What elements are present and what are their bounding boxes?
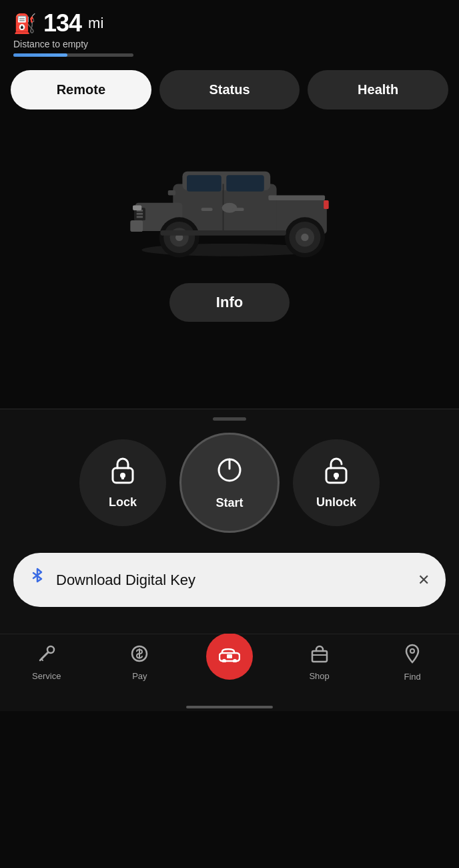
svg-rect-9 bbox=[137, 216, 143, 218]
status-bar: ⛽ 134 mi Distance to empty bbox=[0, 0, 459, 63]
svg-rect-12 bbox=[226, 175, 264, 191]
svg-point-41 bbox=[233, 659, 237, 662]
svg-point-21 bbox=[301, 234, 308, 241]
svg-rect-22 bbox=[160, 230, 286, 236]
nav-item-shop[interactable]: Shop bbox=[293, 644, 346, 681]
lock-button[interactable]: Lock bbox=[79, 439, 166, 526]
shop-icon bbox=[310, 644, 329, 668]
drawer-handle[interactable] bbox=[13, 409, 446, 426]
svg-rect-5 bbox=[130, 220, 143, 232]
tab-remote[interactable]: Remote bbox=[11, 70, 151, 110]
bluetooth-icon bbox=[29, 568, 45, 592]
svg-rect-10 bbox=[133, 205, 141, 210]
lock-icon bbox=[110, 456, 135, 490]
svg-rect-42 bbox=[227, 654, 232, 658]
svg-point-40 bbox=[222, 659, 226, 662]
nav-item-service[interactable]: Service bbox=[20, 644, 73, 681]
nav-item-find[interactable]: Find bbox=[386, 644, 439, 682]
svg-point-44 bbox=[410, 649, 414, 653]
shop-label: Shop bbox=[309, 671, 329, 681]
car-home-icon bbox=[219, 646, 240, 667]
spacer bbox=[0, 329, 459, 409]
svg-rect-36 bbox=[335, 475, 338, 479]
location-icon bbox=[404, 644, 420, 668]
svg-rect-26 bbox=[168, 190, 175, 196]
car-section: Info bbox=[0, 110, 459, 329]
fuel-unit: mi bbox=[88, 15, 103, 32]
drawer-handle-bar bbox=[213, 417, 246, 421]
start-button[interactable]: Start bbox=[179, 433, 280, 533]
bottom-nav: Service Pay bbox=[0, 634, 459, 700]
bottom-drawer: Lock Start Unlock bbox=[0, 409, 459, 634]
svg-rect-28 bbox=[201, 208, 213, 211]
home-bar bbox=[186, 706, 273, 708]
fuel-distance: 134 bbox=[43, 9, 81, 37]
digital-key-text: Download Digital Key bbox=[56, 572, 407, 589]
tab-health[interactable]: Health bbox=[308, 70, 448, 110]
dollar-icon bbox=[130, 644, 149, 668]
nav-item-pay[interactable]: Pay bbox=[113, 644, 166, 681]
fuel-bar-container bbox=[13, 53, 133, 57]
distance-to-empty-label: Distance to empty bbox=[13, 39, 446, 49]
svg-rect-23 bbox=[268, 195, 325, 200]
digital-key-close-button[interactable]: ✕ bbox=[418, 572, 430, 589]
svg-rect-11 bbox=[187, 175, 221, 191]
wrench-icon bbox=[37, 644, 56, 668]
fuel-bar-fill bbox=[13, 53, 67, 57]
digital-key-banner[interactable]: Download Digital Key ✕ bbox=[13, 553, 446, 607]
tab-status[interactable]: Status bbox=[159, 70, 300, 110]
car-svg bbox=[123, 136, 336, 263]
svg-rect-25 bbox=[324, 200, 329, 209]
home-indicator bbox=[0, 700, 459, 711]
remote-controls: Lock Start Unlock bbox=[13, 426, 446, 546]
unlock-icon bbox=[324, 456, 349, 490]
svg-rect-31 bbox=[121, 475, 124, 479]
unlock-label: Unlock bbox=[316, 495, 356, 509]
unlock-button[interactable]: Unlock bbox=[293, 439, 380, 526]
tabs-row: Remote Status Health bbox=[0, 70, 459, 110]
service-label: Service bbox=[32, 671, 61, 681]
pay-label: Pay bbox=[132, 671, 147, 681]
info-button[interactable]: Info bbox=[169, 283, 290, 322]
start-label: Start bbox=[215, 496, 243, 510]
power-icon bbox=[215, 455, 244, 491]
svg-rect-43 bbox=[312, 651, 327, 662]
nav-item-home[interactable] bbox=[206, 633, 253, 680]
find-label: Find bbox=[404, 672, 421, 682]
fuel-icon: ⛽ bbox=[13, 13, 37, 35]
svg-rect-8 bbox=[137, 213, 143, 215]
svg-rect-27 bbox=[233, 208, 244, 211]
lock-label: Lock bbox=[109, 495, 137, 509]
car-image bbox=[116, 130, 343, 270]
